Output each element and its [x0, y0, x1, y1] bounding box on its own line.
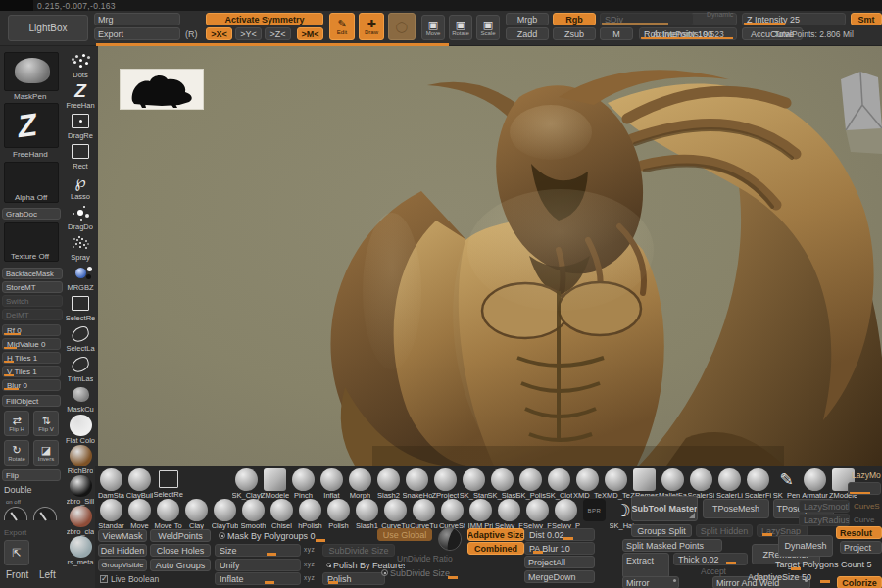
m-button[interactable]: M	[600, 27, 633, 40]
mask-by-polygroups-slider[interactable]: Mask By Polygroups 0	[215, 529, 332, 542]
target-polygons-slider[interactable]: Target Polygons Count 5	[771, 558, 882, 570]
brush-slot[interactable]: CurveTu	[410, 499, 438, 530]
brush-slot[interactable]: Polish	[324, 499, 353, 530]
brush-slot[interactable]: XMD_Te	[573, 468, 602, 500]
mask-by-polygroups-radio[interactable]	[219, 532, 225, 539]
symmetry-z-button[interactable]: >Z<	[265, 27, 291, 40]
projectall-button[interactable]: ProjectAll	[524, 556, 595, 568]
material-swatch[interactable]: rs_meta	[63, 536, 98, 566]
v-tiles-slider[interactable]: V Tiles 1	[2, 366, 61, 377]
move-button[interactable]: ▣ Move	[421, 15, 445, 40]
mrg-button[interactable]: Mrg	[94, 13, 180, 25]
flip-button[interactable]: Flip	[2, 469, 61, 481]
lazysmooth-slider[interactable]: LazySmooth	[799, 500, 850, 513]
brush-slot[interactable]: BPR	[580, 499, 609, 530]
dist-slider[interactable]: Dist 0.02	[524, 528, 595, 541]
brush-slot[interactable]: ScalerLi	[715, 468, 744, 500]
active-brush-thumbnail[interactable]	[4, 52, 59, 91]
brush-slot[interactable]: Standar	[97, 499, 125, 530]
polish-slider[interactable]: Polish	[322, 572, 385, 585]
pa-blur-slider[interactable]: PA Blur 10	[524, 542, 595, 555]
accept-label[interactable]: Accept	[701, 566, 726, 576]
split-hidden-button[interactable]: Split Hidden	[696, 524, 753, 537]
z-intensity-slider[interactable]: Z Intensity 25	[742, 13, 846, 25]
tray-tool[interactable]: Rect	[63, 141, 98, 172]
resolution-button[interactable]: Resolut	[836, 526, 882, 539]
storemt-button[interactable]: StoreMT	[2, 281, 63, 293]
rgb-button[interactable]: Rgb	[553, 13, 596, 25]
symmetry-m-button[interactable]: >M<	[297, 27, 323, 40]
curve-label[interactable]: Curve	[854, 515, 874, 524]
fillobject-button[interactable]: FillObject	[2, 395, 61, 407]
brush-slot[interactable]: SK_Clayl	[232, 468, 261, 500]
adaptive-size-button[interactable]: Adaptive Size	[467, 528, 524, 541]
close-holes-button[interactable]: Close Holes	[150, 544, 211, 557]
brush-slot[interactable]: SK_Slasl	[488, 468, 516, 500]
subtool-master-button[interactable]: SubTool Master	[631, 496, 698, 521]
lightbox-button[interactable]: LightBox	[8, 15, 88, 41]
mirror-button[interactable]: Mirror	[622, 576, 679, 588]
material-swatch[interactable]: zbro_Sill	[63, 475, 98, 506]
inflate-slider[interactable]: Inflate	[215, 572, 301, 585]
rf-slider[interactable]: Rf 0	[2, 324, 61, 336]
material-swatch[interactable]: Flat Colo	[63, 415, 98, 445]
curve-dial-right[interactable]	[33, 507, 57, 520]
symmetry-x-button[interactable]: >X<	[206, 27, 232, 40]
mrgb-button[interactable]: Mrgb	[506, 13, 549, 25]
document-canvas[interactable]	[98, 46, 882, 466]
sculptris-pro-icon[interactable]	[438, 527, 462, 551]
lazymouse-label[interactable]: LazyMo	[852, 470, 881, 480]
unify-xyz-label[interactable]: xyz	[304, 561, 315, 567]
tray-tool[interactable]: DragRe	[63, 111, 98, 141]
tray-tool[interactable]: MRGBZ	[63, 263, 98, 293]
export-icon-button[interactable]: ⇱	[4, 540, 29, 565]
zadd-button[interactable]: Zadd	[506, 27, 549, 40]
size-xyz-label[interactable]: xyz	[304, 546, 315, 553]
front-label[interactable]: Front	[6, 569, 28, 580]
grabdoc-button[interactable]: GrabDoc	[2, 208, 61, 220]
del-hidden-button[interactable]: Del Hidden	[98, 544, 147, 557]
material-swatch[interactable]: RichBro	[63, 445, 98, 475]
brush-slot[interactable]: Selwy_F	[495, 499, 523, 530]
tray-tool[interactable]: ℘ Lasso	[63, 172, 98, 202]
symmetry-y-button[interactable]: >Y<	[235, 27, 262, 40]
brush-slot[interactable]: Chisel	[268, 499, 296, 530]
lazyradius-slider[interactable]: LazyRadius	[799, 514, 850, 526]
brush-slot[interactable]: ClayBuil	[125, 468, 154, 500]
material-swatch[interactable]: zbro_cla	[63, 506, 98, 536]
live-boolean-checkbox[interactable]	[100, 575, 108, 583]
brush-slot[interactable]: Morph	[346, 468, 374, 500]
export-button[interactable]: Export	[94, 27, 180, 40]
rotate-button[interactable]: ▣ Rotate	[449, 15, 472, 40]
rotate-texture-button[interactable]: ↻ Rotate	[4, 440, 29, 466]
tray-tool[interactable]: SelectRe	[63, 293, 98, 323]
use-global-button[interactable]: Use Global	[377, 528, 432, 541]
brush-slot[interactable]: Selwy_F	[523, 499, 552, 530]
brush-slot[interactable]: DamSta	[97, 468, 125, 500]
backfacemask-button[interactable]: BackfaceMask	[2, 268, 63, 279]
thick-slider[interactable]: Thick 0.02	[673, 553, 748, 565]
creature-thumbnail[interactable]	[120, 69, 204, 110]
combined-button[interactable]: Combined	[467, 542, 524, 555]
curve-dial-left[interactable]	[4, 507, 27, 520]
brush-slot[interactable]: SK_Stan	[460, 468, 488, 500]
tray-tool[interactable]: TrimLas	[63, 354, 98, 384]
subdivide-size-radio[interactable]	[381, 569, 388, 576]
brush-slot[interactable]: SK_Clot	[545, 468, 573, 500]
brush-slot[interactable]: XMD_Te	[602, 468, 630, 500]
scale-button[interactable]: ▣ Scale	[476, 15, 500, 40]
brush-slot[interactable]: Clay	[182, 499, 211, 530]
brush-slot[interactable]: ScalerFi	[744, 468, 772, 500]
brush-slot[interactable]: SK_Pen	[772, 468, 801, 500]
midvalue-slider[interactable]: MidValue 0	[2, 338, 61, 350]
subdivide-size-disabled[interactable]: SubDivide Size	[322, 544, 395, 557]
smt-button[interactable]: Smt	[851, 13, 882, 25]
brush-slot[interactable]: hPolish	[296, 499, 324, 530]
unify-button[interactable]: Unify	[215, 559, 301, 571]
tray-tool[interactable]: DragDo	[63, 202, 98, 232]
adaptivesize-slider[interactable]: AdaptiveSize 50	[730, 570, 843, 583]
auto-groups-button[interactable]: Auto Groups	[150, 559, 211, 571]
weldpoints-button[interactable]: WeldPoints	[150, 529, 211, 542]
tray-tool[interactable]: Spray	[63, 232, 98, 263]
brush-slot[interactable]: Armatur	[801, 468, 829, 500]
